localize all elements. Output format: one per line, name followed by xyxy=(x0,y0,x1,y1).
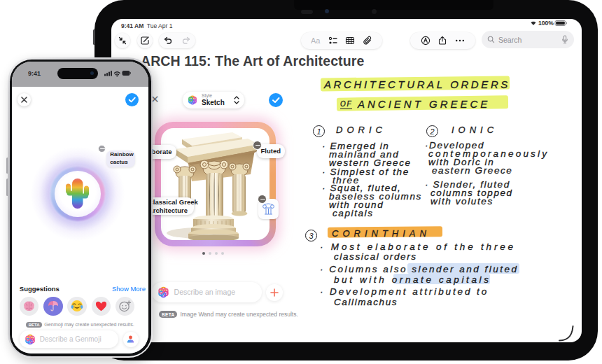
svg-text:100%: 100% xyxy=(538,20,554,27)
svg-text:Aa: Aa xyxy=(311,36,321,45)
